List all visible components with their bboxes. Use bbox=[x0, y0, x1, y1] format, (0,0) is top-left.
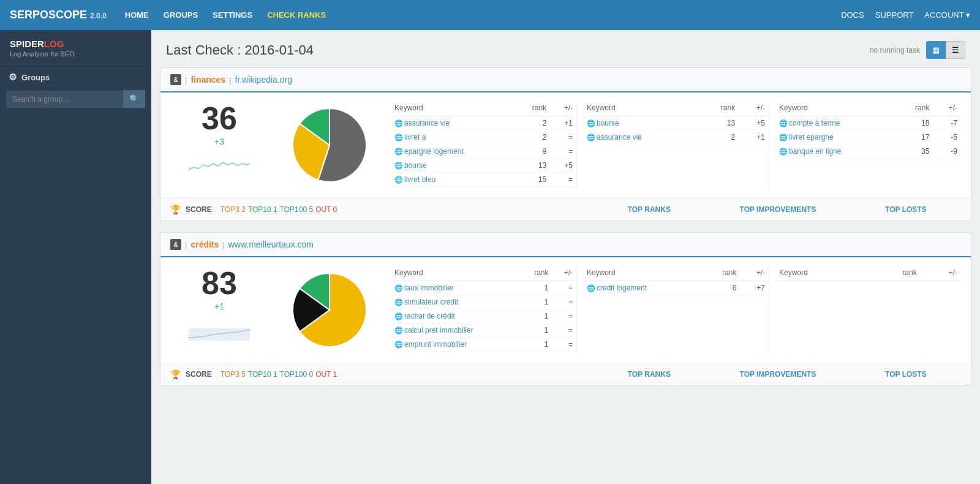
group-body: 83 +1 Keywordrank+/- 🌐taux immobilier 1 … bbox=[160, 257, 971, 363]
nav-groups[interactable]: GROUPS bbox=[164, 10, 198, 20]
no-running-task: no running task bbox=[870, 46, 920, 55]
out-count: OUT 0 bbox=[315, 205, 337, 214]
group-name[interactable]: finances bbox=[190, 75, 225, 85]
top-losts-col: Keywordrank+/- 🌐compte à terme 18 -7 🌐li… bbox=[769, 102, 961, 188]
search-button[interactable]: 🔍 bbox=[123, 90, 145, 108]
group-domain[interactable]: www.meilleurtaux.com bbox=[228, 240, 314, 249]
group-separator2: | bbox=[222, 240, 224, 249]
top-improvements-col: Keywordrank+/- 🌐credit logement 6 +7 bbox=[576, 267, 769, 353]
view-grid-button[interactable]: ▦ bbox=[926, 41, 946, 59]
sidebar-search-container: 🔍 bbox=[0, 88, 151, 115]
footer-links: TOP RANKS TOP IMPROVEMENTS TOP LOSTS bbox=[593, 205, 961, 214]
nav-support[interactable]: SUPPORT bbox=[875, 10, 914, 20]
sidebar: SPIDERLOG Log Analyzer for SEO ⚙ Groups … bbox=[0, 30, 151, 484]
top-improvements-link[interactable]: TOP IMPROVEMENTS bbox=[740, 370, 816, 379]
nav-right-links: DOCS SUPPORT ACCOUNT ▾ bbox=[841, 10, 970, 20]
pie-section bbox=[281, 267, 379, 353]
trophy-icon: 🏆 bbox=[170, 369, 181, 379]
brand-logo: SERPOSCOPE 2.0.0 bbox=[10, 9, 107, 21]
score-counts: TOP3 5 TOP10 1 TOP100 0 OUT 1 bbox=[221, 370, 589, 379]
pie-section bbox=[281, 102, 379, 188]
top-ranks-link[interactable]: TOP RANKS bbox=[628, 205, 671, 214]
score-section: 83 +1 bbox=[170, 267, 268, 353]
spiderlog-title: SPIDERLOG bbox=[10, 39, 141, 49]
group-separator: | bbox=[185, 75, 187, 85]
search-input[interactable] bbox=[6, 91, 123, 108]
score-number: 36 bbox=[202, 102, 237, 134]
group-footer: 🏆 SCORE TOP3 2 TOP10 1 TOP100 5 OUT 0 TO… bbox=[160, 198, 971, 221]
group-name[interactable]: crédits bbox=[190, 240, 219, 249]
score-number: 83 bbox=[202, 267, 237, 299]
top3-count: TOP3 5 bbox=[221, 370, 246, 379]
sidebar-groups-label: ⚙ Groups bbox=[0, 64, 151, 88]
out-count: OUT 1 bbox=[315, 370, 337, 379]
score-section: 36 +3 bbox=[170, 102, 268, 188]
nav-links: HOME GROUPS SETTINGS CHECK RANKS bbox=[125, 10, 841, 20]
score-chart bbox=[189, 316, 250, 341]
top-ranks-col: Keywordrank+/- 🌐assurance vie 2 +1 🌐livr… bbox=[391, 102, 576, 188]
view-list-button[interactable]: ☰ bbox=[946, 41, 965, 59]
view-buttons: ▦ ☰ bbox=[926, 41, 965, 59]
score-delta: +1 bbox=[214, 301, 224, 311]
header-right: no running task ▦ ☰ bbox=[870, 41, 965, 59]
main-header: Last Check : 2016-01-04 no running task … bbox=[151, 30, 980, 67]
group-card-header: & | crédits | www.meilleurtaux.com bbox=[160, 233, 971, 257]
nav-docs[interactable]: DOCS bbox=[841, 10, 864, 20]
group-domain[interactable]: fr.wikipedia.org bbox=[235, 75, 292, 85]
group-separator: | bbox=[185, 240, 187, 249]
group-card: & | finances | fr.wikipedia.org 36 +3 Ke… bbox=[160, 67, 971, 221]
score-chart bbox=[189, 151, 250, 176]
svg-rect-0 bbox=[189, 328, 250, 341]
trophy-icon: 🏆 bbox=[170, 205, 181, 214]
page-title: Last Check : 2016-01-04 bbox=[166, 42, 314, 58]
top-navigation: SERPOSCOPE 2.0.0 HOME GROUPS SETTINGS CH… bbox=[0, 0, 980, 30]
score-label: SCORE bbox=[186, 205, 212, 214]
groups-icon: ⚙ bbox=[9, 72, 17, 83]
top-losts-col: Keywordrank+/- bbox=[769, 267, 961, 353]
nav-home[interactable]: HOME bbox=[125, 10, 149, 20]
top-losts-link[interactable]: TOP LOSTS bbox=[885, 370, 927, 379]
group-separator2: | bbox=[229, 75, 231, 85]
keywords-columns: Keywordrank+/- 🌐taux immobilier 1 = 🌐sim… bbox=[391, 267, 961, 353]
keywords-columns: Keywordrank+/- 🌐assurance vie 2 +1 🌐livr… bbox=[391, 102, 961, 188]
group-body: 36 +3 Keywordrank+/- 🌐assurance vie 2 +1… bbox=[160, 93, 971, 198]
nav-account[interactable]: ACCOUNT ▾ bbox=[924, 10, 970, 20]
group-card-header: & | finances | fr.wikipedia.org bbox=[160, 68, 971, 93]
score-label: SCORE bbox=[186, 370, 212, 379]
spiderlog-subtitle: Log Analyzer for SEO bbox=[10, 50, 141, 58]
top-ranks-link[interactable]: TOP RANKS bbox=[628, 370, 671, 379]
group-footer: 🏆 SCORE TOP3 5 TOP10 1 TOP100 0 OUT 1 TO… bbox=[160, 363, 971, 385]
nav-check-ranks[interactable]: CHECK RANKS bbox=[267, 10, 326, 20]
top10-count: TOP10 1 bbox=[248, 205, 277, 214]
score-counts: TOP3 2 TOP10 1 TOP100 5 OUT 0 bbox=[221, 205, 589, 214]
main-layout: SPIDERLOG Log Analyzer for SEO ⚙ Groups … bbox=[0, 30, 980, 484]
groups-container: & | finances | fr.wikipedia.org 36 +3 Ke… bbox=[151, 67, 980, 386]
group-icon: & bbox=[170, 74, 181, 85]
score-delta: +3 bbox=[214, 137, 224, 146]
top-ranks-col: Keywordrank+/- 🌐taux immobilier 1 = 🌐sim… bbox=[391, 267, 576, 353]
group-card: & | crédits | www.meilleurtaux.com 83 +1… bbox=[160, 232, 971, 386]
top3-count: TOP3 2 bbox=[221, 205, 246, 214]
sidebar-logo: SPIDERLOG Log Analyzer for SEO bbox=[0, 30, 151, 64]
group-icon: & bbox=[170, 239, 181, 250]
main-content: Last Check : 2016-01-04 no running task … bbox=[151, 30, 980, 484]
top10-count: TOP10 1 bbox=[248, 370, 277, 379]
top-losts-link[interactable]: TOP LOSTS bbox=[885, 205, 927, 214]
nav-settings[interactable]: SETTINGS bbox=[213, 10, 252, 20]
footer-links: TOP RANKS TOP IMPROVEMENTS TOP LOSTS bbox=[593, 370, 961, 379]
top100-count: TOP100 5 bbox=[280, 205, 313, 214]
top-improvements-link[interactable]: TOP IMPROVEMENTS bbox=[740, 205, 816, 214]
top-improvements-col: Keywordrank+/- 🌐bourse 13 +5 🌐assurance … bbox=[576, 102, 769, 188]
top100-count: TOP100 0 bbox=[280, 370, 313, 379]
